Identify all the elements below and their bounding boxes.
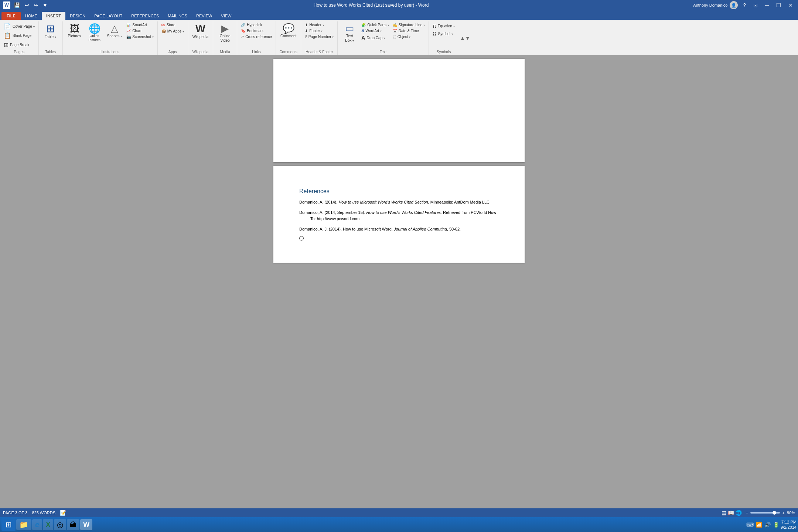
taskbar-ie[interactable]: e bbox=[32, 519, 42, 530]
web-layout-btn[interactable]: 🌐 bbox=[736, 510, 742, 516]
title-bar: W 💾 ↩ ↪ ▼ How to use Word Works Cited (L… bbox=[0, 0, 798, 10]
illustrations-group-label: Illustrations bbox=[65, 49, 155, 55]
tab-review[interactable]: REVIEW bbox=[192, 12, 216, 20]
proofing-icon[interactable]: 📝 bbox=[60, 510, 66, 516]
footer-button[interactable]: ⬇Footer ▾ bbox=[303, 28, 335, 34]
help-button[interactable]: ? bbox=[741, 1, 748, 9]
text-box-button[interactable]: ▭ TextBox ▾ bbox=[340, 22, 359, 44]
taskbar-right: ⌨ 📶 🔊 🔋 7:12 PM 9/2/2014 bbox=[746, 519, 797, 530]
zoom-out-btn[interactable]: － bbox=[745, 510, 749, 516]
taskbar: ⊞ 📁 e X ◎ 🏔 W ⌨ 📶 🔊 🔋 7:12 PM 9/2/201 bbox=[0, 517, 798, 532]
tab-insert[interactable]: INSERT bbox=[42, 12, 65, 20]
hyperlink-button[interactable]: 🔗Hyperlink bbox=[239, 22, 273, 28]
page-break-button[interactable]: ⊞ Page Break bbox=[2, 41, 36, 49]
start-button[interactable]: ⊞ bbox=[1, 518, 16, 531]
undo-quick-btn[interactable]: ↩ bbox=[23, 1, 31, 9]
shapes-button[interactable]: △ Shapes ▾ bbox=[105, 22, 125, 40]
ribbon-group-header-footer: ⬆Header ▾ ⬇Footer ▾ #Page Number ▾ Heade… bbox=[301, 21, 338, 55]
quick-parts-button[interactable]: 🧩Quick Parts ▾ bbox=[360, 22, 390, 28]
keyboard-icon: ⌨ bbox=[746, 522, 754, 528]
view-buttons: ▤ 📖 🌐 bbox=[722, 510, 742, 516]
battery-icon: 🔋 bbox=[773, 522, 779, 528]
ribbon-display-button[interactable]: ⊡ bbox=[751, 1, 760, 9]
bookmark-button[interactable]: 🔖Bookmark bbox=[239, 28, 273, 34]
ribbon-scroll-up[interactable]: ▲ bbox=[460, 35, 465, 41]
references-heading: References bbox=[299, 188, 499, 195]
zoom-in-btn[interactable]: ＋ bbox=[781, 510, 785, 516]
restore-button[interactable]: ❐ bbox=[774, 1, 783, 9]
redo-quick-btn[interactable]: ↪ bbox=[32, 1, 40, 9]
taskbar-word[interactable]: W bbox=[80, 519, 92, 530]
date-time-button[interactable]: 📅Date & Time bbox=[391, 28, 426, 34]
customize-quick-btn[interactable]: ▼ bbox=[41, 1, 49, 9]
page-number-button[interactable]: #Page Number ▾ bbox=[303, 34, 335, 40]
table-button[interactable]: ⊞ Table ▾ bbox=[41, 22, 60, 41]
print-layout-btn[interactable]: ▤ bbox=[722, 510, 726, 516]
pictures-button[interactable]: 🖼 Pictures bbox=[65, 22, 84, 40]
taskbar-file-explorer[interactable]: 📁 bbox=[16, 519, 31, 530]
ribbon: 📄 Cover Page ▾ 📋 Blank Page ⊞ Page Break… bbox=[0, 20, 798, 55]
tab-references[interactable]: REFERENCES bbox=[127, 12, 163, 20]
apps-group-label: Apps bbox=[160, 49, 185, 55]
taskbar-clock[interactable]: 7:12 PM 9/2/2014 bbox=[781, 519, 797, 530]
tab-design[interactable]: DESIGN bbox=[65, 12, 90, 20]
word-icon: W bbox=[3, 1, 10, 9]
tab-home[interactable]: HOME bbox=[21, 12, 42, 20]
blank-page-button[interactable]: 📋 Blank Page bbox=[2, 31, 36, 40]
links-group-content: 🔗Hyperlink 🔖Bookmark ↗Cross-reference bbox=[239, 22, 273, 49]
screenshot-button[interactable]: 📷Screenshot ▾ bbox=[125, 34, 155, 40]
drop-cap-button[interactable]: ADrop Cap ▾ bbox=[360, 34, 390, 41]
ribbon-group-wikipedia: W Wikipedia Wikipedia bbox=[188, 21, 213, 55]
symbols-group-label: Symbols bbox=[431, 49, 456, 55]
window-title: How to use Word Works Cited (Last saved … bbox=[49, 3, 693, 8]
taskbar-photos[interactable]: 🏔 bbox=[67, 519, 79, 530]
ribbon-group-links: 🔗Hyperlink 🔖Bookmark ↗Cross-reference Li… bbox=[237, 21, 276, 55]
page-2 bbox=[273, 59, 525, 162]
quick-access-toolbar: 💾 ↩ ↪ ▼ bbox=[13, 1, 49, 9]
tab-view[interactable]: VIEW bbox=[216, 12, 236, 20]
online-pictures-button[interactable]: 🌐 OnlinePictures bbox=[85, 22, 104, 44]
taskbar-chrome[interactable]: ◎ bbox=[54, 519, 66, 530]
read-mode-btn[interactable]: 📖 bbox=[728, 510, 734, 516]
smartart-button[interactable]: 📊SmartArt bbox=[125, 22, 155, 28]
media-group-label: Media bbox=[215, 49, 235, 55]
page-3: References Domanico, A. (2014). How to u… bbox=[273, 166, 525, 263]
reference-entry-3: Domanico, A. J. (2014). How to use Micro… bbox=[299, 226, 499, 233]
zoom-slider[interactable] bbox=[750, 512, 780, 514]
status-right: ▤ 📖 🌐 － ＋ 90% bbox=[722, 510, 795, 516]
online-video-button[interactable]: ▶ OnlineVideo bbox=[215, 22, 235, 44]
cross-reference-button[interactable]: ↗Cross-reference bbox=[239, 34, 273, 40]
tables-group-content: ⊞ Table ▾ bbox=[41, 22, 60, 49]
chart-button[interactable]: 📈Chart bbox=[125, 28, 155, 34]
equation-button[interactable]: πEquation ▾ bbox=[431, 22, 456, 30]
cover-page-button[interactable]: 📄 Cover Page ▾ bbox=[2, 22, 36, 31]
header-button[interactable]: ⬆Header ▾ bbox=[303, 22, 335, 28]
signature-line-button[interactable]: ✍Signature Line ▾ bbox=[391, 22, 426, 28]
minimize-button[interactable]: ─ bbox=[763, 1, 771, 9]
store-button[interactable]: 🛍Store bbox=[160, 22, 185, 28]
object-button[interactable]: ⬚Object ▾ bbox=[391, 34, 426, 40]
zoom-thumb bbox=[773, 511, 776, 515]
header-footer-group-label: Header & Footer bbox=[303, 49, 335, 55]
user-area[interactable]: Anthony Domanico 👤 bbox=[693, 1, 738, 9]
taskbar-left: ⊞ 📁 e X ◎ 🏔 W bbox=[1, 518, 92, 531]
document-area[interactable]: References Domanico, A. (2014). How to u… bbox=[0, 55, 798, 508]
close-button[interactable]: ✕ bbox=[786, 1, 795, 9]
wikipedia-button[interactable]: W Wikipedia bbox=[190, 22, 211, 41]
ribbon-group-pages: 📄 Cover Page ▾ 📋 Blank Page ⊞ Page Break… bbox=[0, 21, 39, 55]
taskbar-excel[interactable]: X bbox=[43, 519, 53, 530]
ribbon-scroll-down[interactable]: ▼ bbox=[465, 35, 470, 41]
apps-group-content: 🛍Store 📦My Apps ▾ bbox=[160, 22, 185, 49]
my-apps-button[interactable]: 📦My Apps ▾ bbox=[160, 28, 185, 34]
tab-page-layout[interactable]: PAGE LAYOUT bbox=[90, 12, 127, 20]
header-footer-group-content: ⬆Header ▾ ⬇Footer ▾ #Page Number ▾ bbox=[303, 22, 335, 49]
tab-file[interactable]: FILE bbox=[1, 12, 21, 20]
title-bar-left: W 💾 ↩ ↪ ▼ bbox=[3, 1, 49, 9]
symbol-button[interactable]: ΩSymbol ▾ bbox=[431, 30, 456, 37]
ribbon-group-tables: ⊞ Table ▾ Tables bbox=[39, 21, 63, 55]
text-group-content: ▭ TextBox ▾ 🧩Quick Parts ▾ AWordArt ▾ AD… bbox=[340, 22, 426, 49]
tab-mailings[interactable]: MAILINGS bbox=[163, 12, 192, 20]
wordart-button[interactable]: AWordArt ▾ bbox=[360, 28, 390, 34]
save-quick-btn[interactable]: 💾 bbox=[13, 1, 22, 9]
comment-button[interactable]: 💬 Comment bbox=[278, 22, 299, 40]
